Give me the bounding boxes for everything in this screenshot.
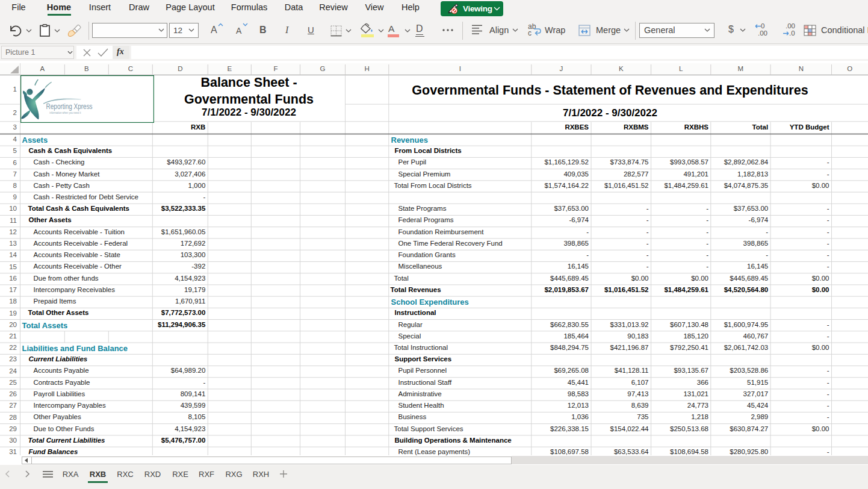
svg-text:information when you need it: information when you need it — [49, 111, 81, 114]
svg-text:Reporting Xpress: Reporting Xpress — [46, 102, 93, 111]
